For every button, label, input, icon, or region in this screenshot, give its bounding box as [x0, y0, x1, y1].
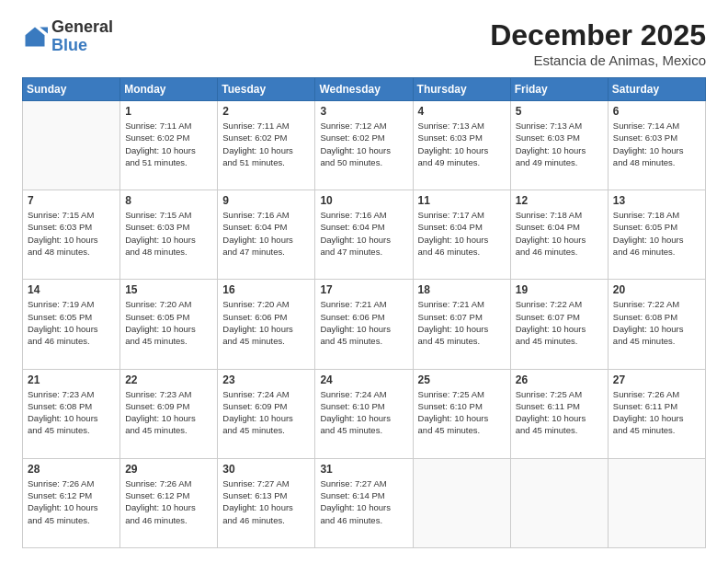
logo-general: General	[51, 18, 113, 37]
calendar-cell: 4Sunrise: 7:13 AM Sunset: 6:03 PM Daylig…	[413, 101, 510, 190]
logo-blue: Blue	[51, 37, 113, 55]
week-row-1: 7Sunrise: 7:15 AM Sunset: 6:03 PM Daylig…	[23, 190, 706, 280]
week-row-0: 1Sunrise: 7:11 AM Sunset: 6:02 PM Daylig…	[23, 101, 706, 190]
day-info: Sunrise: 7:22 AM Sunset: 6:07 PM Dayligh…	[516, 298, 603, 347]
day-number: 13	[613, 194, 700, 207]
calendar-cell: 1Sunrise: 7:11 AM Sunset: 6:02 PM Daylig…	[120, 101, 218, 190]
calendar-cell	[23, 101, 120, 190]
calendar-cell: 15Sunrise: 7:20 AM Sunset: 6:05 PM Dayli…	[120, 280, 218, 369]
calendar-cell: 29Sunrise: 7:26 AM Sunset: 6:12 PM Dayli…	[120, 458, 218, 547]
day-info: Sunrise: 7:20 AM Sunset: 6:05 PM Dayligh…	[125, 298, 212, 347]
calendar-cell: 22Sunrise: 7:23 AM Sunset: 6:09 PM Dayli…	[120, 369, 218, 458]
col-saturday: Saturday	[608, 78, 705, 101]
day-info: Sunrise: 7:23 AM Sunset: 6:09 PM Dayligh…	[125, 388, 212, 437]
day-info: Sunrise: 7:27 AM Sunset: 6:14 PM Dayligh…	[320, 477, 407, 526]
day-info: Sunrise: 7:15 AM Sunset: 6:03 PM Dayligh…	[28, 209, 115, 258]
day-number: 27	[613, 373, 700, 386]
calendar-cell: 5Sunrise: 7:13 AM Sunset: 6:03 PM Daylig…	[510, 101, 608, 190]
calendar-cell: 17Sunrise: 7:21 AM Sunset: 6:06 PM Dayli…	[315, 280, 413, 369]
calendar-cell: 20Sunrise: 7:22 AM Sunset: 6:08 PM Dayli…	[608, 280, 705, 369]
day-number: 5	[516, 105, 603, 118]
day-info: Sunrise: 7:11 AM Sunset: 6:02 PM Dayligh…	[222, 120, 310, 168]
day-info: Sunrise: 7:23 AM Sunset: 6:08 PM Dayligh…	[28, 388, 115, 437]
day-info: Sunrise: 7:25 AM Sunset: 6:10 PM Dayligh…	[418, 388, 506, 437]
calendar-cell: 31Sunrise: 7:27 AM Sunset: 6:14 PM Dayli…	[315, 458, 413, 547]
day-info: Sunrise: 7:18 AM Sunset: 6:04 PM Dayligh…	[516, 209, 603, 258]
day-info: Sunrise: 7:13 AM Sunset: 6:03 PM Dayligh…	[418, 120, 506, 168]
calendar-cell: 19Sunrise: 7:22 AM Sunset: 6:07 PM Dayli…	[510, 280, 608, 369]
calendar-cell: 27Sunrise: 7:26 AM Sunset: 6:11 PM Dayli…	[608, 369, 705, 458]
day-info: Sunrise: 7:27 AM Sunset: 6:13 PM Dayligh…	[222, 477, 310, 526]
calendar-cell: 30Sunrise: 7:27 AM Sunset: 6:13 PM Dayli…	[218, 458, 315, 547]
calendar-cell: 2Sunrise: 7:11 AM Sunset: 6:02 PM Daylig…	[218, 101, 315, 190]
day-number: 22	[125, 373, 212, 386]
day-info: Sunrise: 7:19 AM Sunset: 6:05 PM Dayligh…	[28, 298, 115, 347]
day-info: Sunrise: 7:13 AM Sunset: 6:03 PM Dayligh…	[516, 120, 603, 168]
calendar-cell: 7Sunrise: 7:15 AM Sunset: 6:03 PM Daylig…	[23, 190, 120, 280]
day-number: 12	[516, 194, 603, 207]
col-thursday: Thursday	[413, 78, 510, 101]
logo: General Blue	[22, 18, 113, 55]
location-subtitle: Estancia de Animas, Mexico	[490, 52, 706, 68]
week-row-3: 21Sunrise: 7:23 AM Sunset: 6:08 PM Dayli…	[23, 369, 706, 458]
day-number: 7	[28, 194, 115, 207]
page: General Blue December 2025 Estancia de A…	[0, 0, 728, 563]
col-sunday: Sunday	[23, 78, 120, 101]
week-row-4: 28Sunrise: 7:26 AM Sunset: 6:12 PM Dayli…	[23, 458, 706, 547]
day-number: 2	[222, 105, 310, 118]
calendar-cell	[608, 458, 705, 547]
day-number: 21	[28, 373, 115, 386]
col-friday: Friday	[510, 78, 608, 101]
day-number: 8	[125, 194, 212, 207]
calendar-cell	[510, 458, 608, 547]
calendar-cell: 24Sunrise: 7:24 AM Sunset: 6:10 PM Dayli…	[315, 369, 413, 458]
calendar-cell: 11Sunrise: 7:17 AM Sunset: 6:04 PM Dayli…	[413, 190, 510, 280]
calendar-cell: 21Sunrise: 7:23 AM Sunset: 6:08 PM Dayli…	[23, 369, 120, 458]
day-number: 4	[418, 105, 506, 118]
calendar-cell: 6Sunrise: 7:14 AM Sunset: 6:03 PM Daylig…	[608, 101, 705, 190]
day-info: Sunrise: 7:24 AM Sunset: 6:10 PM Dayligh…	[320, 388, 407, 437]
day-number: 28	[28, 463, 115, 476]
calendar-cell: 14Sunrise: 7:19 AM Sunset: 6:05 PM Dayli…	[23, 280, 120, 369]
calendar-cell: 10Sunrise: 7:16 AM Sunset: 6:04 PM Dayli…	[315, 190, 413, 280]
day-number: 6	[613, 105, 700, 118]
calendar-cell: 28Sunrise: 7:26 AM Sunset: 6:12 PM Dayli…	[23, 458, 120, 547]
calendar-table: Sunday Monday Tuesday Wednesday Thursday…	[22, 77, 706, 548]
day-number: 11	[418, 194, 506, 207]
day-info: Sunrise: 7:16 AM Sunset: 6:04 PM Dayligh…	[222, 209, 310, 258]
week-row-2: 14Sunrise: 7:19 AM Sunset: 6:05 PM Dayli…	[23, 280, 706, 369]
col-wednesday: Wednesday	[315, 78, 413, 101]
day-number: 18	[418, 283, 506, 296]
day-info: Sunrise: 7:20 AM Sunset: 6:06 PM Dayligh…	[222, 298, 310, 347]
calendar-cell: 9Sunrise: 7:16 AM Sunset: 6:04 PM Daylig…	[218, 190, 315, 280]
day-info: Sunrise: 7:25 AM Sunset: 6:11 PM Dayligh…	[516, 388, 603, 437]
day-info: Sunrise: 7:18 AM Sunset: 6:05 PM Dayligh…	[613, 209, 700, 258]
title-block: December 2025 Estancia de Animas, Mexico	[490, 18, 706, 68]
calendar-cell: 8Sunrise: 7:15 AM Sunset: 6:03 PM Daylig…	[120, 190, 218, 280]
day-number: 9	[222, 194, 310, 207]
day-number: 3	[320, 105, 407, 118]
day-info: Sunrise: 7:12 AM Sunset: 6:02 PM Dayligh…	[320, 120, 407, 168]
day-number: 20	[613, 283, 700, 296]
col-monday: Monday	[120, 78, 218, 101]
calendar-cell	[413, 458, 510, 547]
day-info: Sunrise: 7:11 AM Sunset: 6:02 PM Dayligh…	[125, 120, 212, 168]
day-info: Sunrise: 7:21 AM Sunset: 6:07 PM Dayligh…	[418, 298, 506, 347]
day-info: Sunrise: 7:21 AM Sunset: 6:06 PM Dayligh…	[320, 298, 407, 347]
calendar-cell: 3Sunrise: 7:12 AM Sunset: 6:02 PM Daylig…	[315, 101, 413, 190]
day-info: Sunrise: 7:24 AM Sunset: 6:09 PM Dayligh…	[222, 388, 310, 437]
day-number: 10	[320, 194, 407, 207]
calendar-cell: 26Sunrise: 7:25 AM Sunset: 6:11 PM Dayli…	[510, 369, 608, 458]
calendar-cell: 16Sunrise: 7:20 AM Sunset: 6:06 PM Dayli…	[218, 280, 315, 369]
day-number: 25	[418, 373, 506, 386]
day-number: 17	[320, 283, 407, 296]
day-number: 15	[125, 283, 212, 296]
day-info: Sunrise: 7:22 AM Sunset: 6:08 PM Dayligh…	[613, 298, 700, 347]
day-info: Sunrise: 7:14 AM Sunset: 6:03 PM Dayligh…	[613, 120, 700, 168]
day-info: Sunrise: 7:26 AM Sunset: 6:12 PM Dayligh…	[28, 477, 115, 526]
day-number: 26	[516, 373, 603, 386]
day-info: Sunrise: 7:16 AM Sunset: 6:04 PM Dayligh…	[320, 209, 407, 258]
month-title: December 2025	[490, 18, 706, 52]
svg-marker-0	[26, 27, 45, 46]
day-number: 1	[125, 105, 212, 118]
